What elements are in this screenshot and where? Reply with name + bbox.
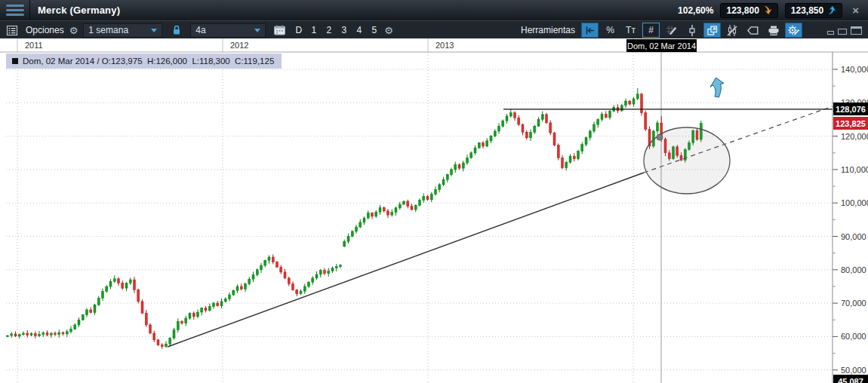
candle-body bbox=[106, 286, 108, 292]
candle-body bbox=[137, 290, 140, 302]
calendar-icon[interactable] bbox=[271, 23, 288, 38]
candle-body bbox=[94, 305, 96, 312]
price-chart-canvas[interactable]: 140,000130,000120,000110,000100,00090,00… bbox=[0, 38, 868, 383]
candle-body bbox=[260, 265, 263, 270]
candle-body bbox=[189, 313, 191, 318]
drawing-annotations bbox=[168, 78, 833, 347]
small-window-icon[interactable] bbox=[827, 31, 834, 35]
price-tick-label: 100,000 bbox=[841, 198, 868, 207]
candle-body bbox=[232, 290, 235, 295]
exit-drawing-mode-icon[interactable] bbox=[581, 23, 599, 38]
candle-body bbox=[462, 163, 464, 168]
candle-body bbox=[356, 227, 358, 231]
candle-body bbox=[347, 237, 349, 242]
candle-body bbox=[541, 115, 543, 120]
candle-body bbox=[451, 170, 453, 175]
medium-window-icon[interactable] bbox=[838, 29, 847, 35]
candle-body bbox=[74, 325, 76, 329]
candle-body bbox=[335, 266, 337, 268]
zoom-4-button[interactable]: 4 bbox=[354, 25, 364, 35]
tick-down-icon bbox=[763, 5, 772, 15]
hamburger-icon bbox=[6, 5, 24, 7]
candle-body bbox=[292, 283, 294, 290]
candle-body bbox=[229, 295, 231, 299]
candle-body bbox=[324, 271, 326, 274]
candle-body bbox=[328, 271, 330, 274]
toolbar-tools-group: Herramientas % Tᴛ # bbox=[521, 21, 802, 39]
candle-body bbox=[173, 330, 175, 339]
price-tick-label: 80,000 bbox=[841, 265, 866, 274]
candle-body bbox=[23, 333, 25, 335]
zoom-5-button[interactable]: 5 bbox=[369, 25, 379, 35]
candle-body bbox=[657, 123, 659, 131]
candle-body bbox=[141, 302, 143, 314]
candle-body bbox=[276, 262, 279, 268]
range-dropdown[interactable]: 4a bbox=[190, 23, 266, 38]
ask-price-button[interactable]: 123,850 bbox=[785, 3, 842, 18]
back-label-tool[interactable] bbox=[744, 23, 762, 38]
candle-body bbox=[70, 329, 72, 332]
candle-body bbox=[86, 310, 88, 315]
main-menu-button[interactable] bbox=[0, 0, 30, 20]
light-cursor-tool[interactable] bbox=[683, 23, 700, 38]
candle-body bbox=[419, 201, 421, 206]
candle-body bbox=[34, 333, 36, 336]
candle-body bbox=[319, 271, 322, 274]
zoom-1-button[interactable]: 1 bbox=[309, 25, 319, 35]
candle-body bbox=[557, 146, 559, 158]
zoom-2-button[interactable]: 2 bbox=[324, 25, 334, 35]
candle-body bbox=[78, 320, 80, 325]
candle-body bbox=[264, 260, 266, 265]
draw-on-grid-tool[interactable] bbox=[663, 23, 680, 38]
zoom-3-button[interactable]: 3 bbox=[339, 25, 349, 35]
timeframe-dropdown[interactable]: 1 semana bbox=[83, 23, 162, 38]
candle-body bbox=[522, 124, 524, 132]
candle-body bbox=[7, 336, 9, 336]
candle-body bbox=[66, 332, 68, 334]
candle-body bbox=[331, 268, 334, 271]
toolbar-window-size-group bbox=[827, 21, 862, 39]
edit-candles-tool[interactable] bbox=[724, 23, 741, 38]
candle-body bbox=[641, 94, 643, 113]
candle-body bbox=[308, 282, 310, 286]
candle-body bbox=[58, 332, 60, 335]
bid-price: 123,800 bbox=[726, 5, 759, 16]
price-tick-label: 50,000 bbox=[841, 366, 866, 375]
bid-price-button[interactable]: 123,800 bbox=[720, 3, 777, 18]
chevron-down-icon bbox=[254, 29, 260, 32]
year-label: 2013 bbox=[436, 41, 454, 50]
time-axis-strip bbox=[0, 38, 868, 52]
drawing-handle-dot[interactable] bbox=[657, 134, 663, 140]
percent-scale-tool[interactable]: % bbox=[602, 23, 619, 38]
range-value: 4a bbox=[195, 25, 205, 35]
candlestick-series bbox=[7, 88, 703, 349]
candle-body bbox=[145, 313, 147, 325]
options-gear-icon[interactable]: ⚙ bbox=[69, 26, 78, 35]
list-icon[interactable] bbox=[3, 23, 20, 38]
candle-body bbox=[367, 213, 369, 218]
drawing-settings-gear-icon[interactable] bbox=[785, 23, 802, 38]
maximize-window-icon[interactable] bbox=[851, 26, 862, 35]
price-tick-label: 70,000 bbox=[841, 299, 866, 308]
up-arrow-annotation[interactable] bbox=[710, 78, 724, 97]
candle-body bbox=[240, 286, 242, 290]
text-tool[interactable]: Tᴛ bbox=[622, 23, 639, 38]
candle-body bbox=[553, 133, 556, 145]
close-icon[interactable]: × bbox=[849, 4, 862, 17]
candle-body bbox=[601, 114, 603, 119]
candle-body bbox=[395, 208, 397, 213]
candle-body bbox=[54, 333, 57, 335]
options-button[interactable]: Opciones bbox=[26, 25, 64, 35]
candle-body bbox=[201, 308, 203, 312]
lock-icon[interactable] bbox=[168, 23, 185, 38]
print-icon[interactable] bbox=[765, 23, 782, 38]
candle-body bbox=[629, 101, 631, 104]
price-tick-label: 90,000 bbox=[841, 232, 866, 241]
grid-tool[interactable]: # bbox=[642, 23, 660, 38]
windows-layout-tool[interactable] bbox=[703, 23, 721, 38]
support-trendline[interactable] bbox=[168, 173, 644, 347]
candle-body bbox=[597, 119, 599, 124]
zoom-daily-button[interactable]: D bbox=[294, 25, 303, 35]
candle-body bbox=[509, 113, 512, 116]
zoom-settings-gear-icon[interactable]: ⚙ bbox=[384, 26, 393, 35]
